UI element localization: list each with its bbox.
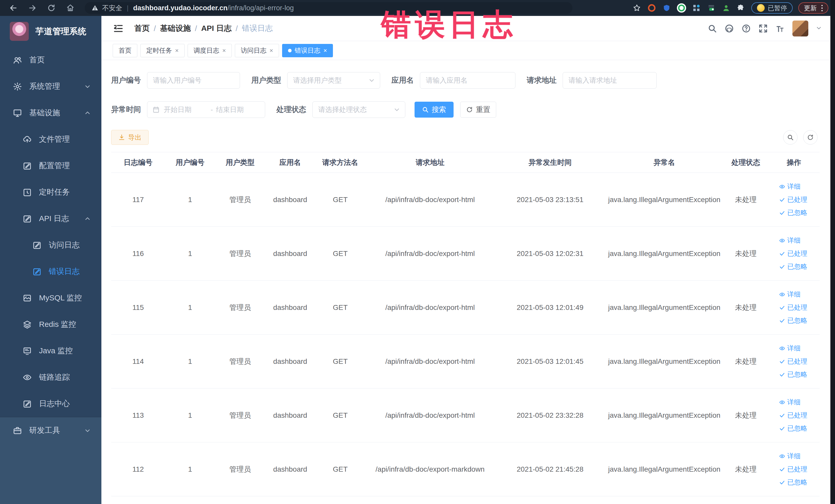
table-row[interactable]: 113 1 管理员 dashboard GET /api/infra/db-do…	[111, 388, 820, 442]
filter-label: 用户类型	[251, 75, 281, 85]
table-row[interactable]: 115 1 管理员 dashboard GET /api/infra/db-do…	[111, 281, 820, 335]
table-row[interactable]: 117 1 管理员 dashboard GET /api/infra/db-do…	[111, 173, 820, 227]
fullscreen-icon[interactable]	[758, 24, 768, 33]
cell-log-id: 114	[111, 357, 165, 366]
close-tab-icon[interactable]: ×	[269, 47, 273, 54]
window-edge-scrollbar[interactable]	[830, 0, 835, 504]
mark-ignored-link[interactable]: 已忽略	[779, 424, 807, 433]
browser-menu-icon[interactable]	[821, 5, 823, 11]
extension-user-icon[interactable]	[721, 3, 731, 13]
detail-link[interactable]: 详细	[779, 290, 801, 299]
sidebar-item-api-log[interactable]: API 日志	[0, 205, 101, 232]
sidebar-fold-icon[interactable]	[113, 23, 123, 34]
table-row[interactable]: 116 1 管理员 dashboard GET /api/infra/db-do…	[111, 227, 820, 281]
close-tab-icon[interactable]: ×	[175, 47, 179, 54]
tab-home[interactable]: 首页	[113, 44, 137, 57]
mark-ignored-link[interactable]: 已忽略	[779, 316, 807, 325]
sidebar-item-java-monitor[interactable]: Java 监控	[0, 338, 101, 364]
paused-badge[interactable]: 已暂停	[751, 2, 793, 14]
toggle-search-button[interactable]	[783, 130, 797, 144]
extension-adblock-icon[interactable]	[647, 3, 656, 13]
sidebar-item-log-center[interactable]: 日志中心	[0, 390, 101, 417]
cell-method: GET	[315, 411, 365, 420]
detail-link[interactable]: 详细	[779, 182, 801, 191]
browser-back-button[interactable]	[8, 2, 19, 14]
user-type-select[interactable]: 请选择用户类型	[287, 72, 380, 88]
font-size-icon[interactable]	[775, 24, 785, 33]
sidebar-item-redis-monitor[interactable]: Redis 监控	[0, 311, 101, 338]
mark-ignored-link[interactable]: 已忽略	[779, 208, 807, 217]
search-button[interactable]: 搜索	[414, 102, 453, 118]
sidebar-item-infrastructure[interactable]: 基础设施	[0, 100, 101, 126]
user-avatar[interactable]	[792, 21, 808, 37]
mark-processed-link[interactable]: 已处理	[779, 357, 807, 366]
sidebar-item-mysql-monitor[interactable]: MySQL 监控	[0, 285, 101, 311]
update-badge[interactable]: 更新	[798, 2, 828, 14]
detail-link[interactable]: 详细	[779, 398, 801, 407]
sidebar-item-access-log[interactable]: 访问日志	[0, 232, 101, 258]
app-name-input[interactable]	[420, 72, 515, 88]
mark-ignored-link[interactable]: 已忽略	[779, 478, 807, 487]
extension-grid-icon[interactable]	[692, 3, 701, 13]
mark-processed-link[interactable]: 已处理	[779, 249, 807, 258]
help-icon[interactable]	[741, 24, 751, 33]
tab-access-log[interactable]: 访问日志 ×	[235, 44, 279, 57]
mark-processed-link[interactable]: 已处理	[779, 303, 807, 312]
tab-schedule-log[interactable]: 调度日志 ×	[188, 44, 232, 57]
mark-ignored-link[interactable]: 已忽略	[779, 262, 807, 271]
user-id-input[interactable]	[147, 72, 240, 88]
github-icon[interactable]	[725, 24, 734, 33]
sidebar-item-home[interactable]: 首页	[0, 47, 101, 73]
reset-button[interactable]: 重置	[460, 102, 496, 118]
browser-reload-button[interactable]	[46, 2, 57, 14]
breadcrumb-home[interactable]: 首页	[134, 23, 150, 34]
close-tab-icon[interactable]: ×	[323, 47, 327, 54]
breadcrumb-infrastructure[interactable]: 基础设施	[160, 23, 191, 34]
request-url-input[interactable]	[563, 72, 657, 88]
mark-ignored-link[interactable]: 已忽略	[779, 370, 807, 379]
tab-label: 调度日志	[194, 46, 219, 55]
cell-exception-name: java.lang.IllegalArgumentException	[605, 249, 724, 258]
extension-green-icon[interactable]	[677, 3, 686, 13]
detail-link[interactable]: 详细	[779, 344, 801, 353]
sidebar-item-error-log[interactable]: 错误日志	[0, 258, 101, 285]
breadcrumb-api-log[interactable]: API 日志	[201, 23, 231, 34]
sidebar-item-dev-tools[interactable]: 研发工具	[0, 417, 101, 444]
extension-shield-icon[interactable]	[662, 3, 671, 13]
security-label[interactable]: 不安全	[102, 4, 122, 13]
sidebar-item-file-management[interactable]: 文件管理	[0, 126, 101, 153]
breadcrumb-separator: /	[154, 24, 156, 33]
search-icon	[422, 106, 429, 113]
sidebar-item-config-management[interactable]: 配置管理	[0, 153, 101, 179]
bookmark-star-icon[interactable]	[632, 3, 641, 13]
browser-forward-button[interactable]	[27, 2, 38, 14]
processed-link-label: 已处理	[787, 357, 807, 366]
cell-process-status: 未处理	[724, 357, 768, 366]
sidebar-item-system-management[interactable]: 系统管理	[0, 73, 101, 100]
exception-time-range-picker[interactable]: 开始日期 - 结束日期	[147, 101, 265, 118]
refresh-table-button[interactable]	[803, 130, 817, 144]
mark-processed-link[interactable]: 已处理	[779, 411, 807, 420]
app-logo-row[interactable]: 芋道管理系统	[0, 16, 101, 47]
tab-error-log[interactable]: 错误日志 ×	[282, 44, 333, 57]
extension-switch-on-icon[interactable]	[707, 3, 716, 13]
close-tab-icon[interactable]: ×	[222, 47, 226, 54]
extensions-puzzle-icon[interactable]	[736, 3, 746, 13]
sidebar-item-trace[interactable]: 链路追踪	[0, 364, 101, 390]
export-button[interactable]: 导出	[111, 130, 149, 145]
cell-process-status: 未处理	[724, 249, 768, 259]
sidebar-item-scheduled-tasks[interactable]: 定时任务	[0, 179, 101, 205]
detail-link[interactable]: 详细	[779, 451, 801, 461]
search-icon[interactable]	[708, 24, 717, 33]
table-row[interactable]: 112 1 管理员 dashboard GET /api/infra/db-do…	[111, 442, 820, 496]
process-status-select[interactable]: 请选择处理状态	[312, 101, 405, 118]
column-header: 请求地址	[365, 158, 495, 167]
browser-home-button[interactable]	[65, 2, 76, 14]
page-url[interactable]: dashboard.yudao.iocoder.cn/infra/log/api…	[133, 4, 294, 12]
mark-processed-link[interactable]: 已处理	[779, 195, 807, 204]
tab-scheduled-tasks[interactable]: 定时任务 ×	[140, 44, 185, 57]
detail-link[interactable]: 详细	[779, 236, 801, 245]
avatar-caret-icon[interactable]	[816, 25, 822, 32]
table-row[interactable]: 114 1 管理员 dashboard GET /api/infra/db-do…	[111, 335, 820, 388]
mark-processed-link[interactable]: 已处理	[779, 465, 807, 474]
